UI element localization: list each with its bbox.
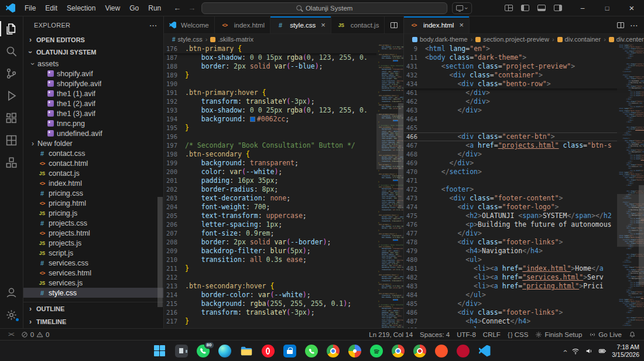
code-line-202[interactable]: 202 border-radius: 8px; (164, 185, 403, 194)
problems-status[interactable]: 0 0 (18, 331, 53, 338)
code-line-488[interactable]: 488 <ul> (404, 326, 644, 328)
wifi-icon[interactable] (571, 347, 580, 355)
timeline-section[interactable]: TIMELINE (23, 315, 163, 328)
code-line-471[interactable]: 471 (404, 176, 644, 185)
file-shopifyde.avif[interactable]: shopifyde.avif (23, 79, 163, 88)
menu-go[interactable]: Go (125, 0, 143, 16)
menu-file[interactable]: File (20, 0, 40, 16)
file-index.html[interactable]: <>index.html (23, 178, 163, 188)
code-line-468[interactable]: 468 </div> (404, 150, 644, 159)
tab-Welcome[interactable]: Welcome (164, 16, 215, 33)
status-eol[interactable]: CRLF (479, 331, 504, 338)
code-line-481[interactable]: 481 <li><a href="index.html">Home</a (404, 264, 644, 273)
code-line-216[interactable]: 216 transform: translateY(-3px); (164, 308, 403, 317)
account-icon[interactable] (0, 281, 23, 304)
more-actions-icon[interactable] (149, 21, 157, 30)
photos-taskbar-icon[interactable] (348, 344, 362, 358)
code-line-473[interactable]: 473 <div class="footer-content"> (404, 194, 644, 203)
store-taskbar-icon[interactable] (283, 344, 297, 358)
customize-layout-icon[interactable] (505, 5, 513, 11)
code-line-483[interactable]: 483 <li><a href="pricing.html">Prici (404, 282, 644, 291)
tab-index.html[interactable]: <>index.html (215, 16, 270, 33)
folder-New folder[interactable]: New folder (23, 138, 163, 148)
file-projects.html[interactable]: <>projects.html (23, 228, 163, 238)
file-explorer-taskbar-icon[interactable] (239, 344, 254, 358)
explorer-icon[interactable] (0, 18, 23, 40)
code-line-467[interactable]: 467 <a href="projects.html" class="btn-s (404, 141, 644, 150)
status-go-live[interactable]: Go Live (585, 331, 625, 338)
code-line-485[interactable]: 485 </div> (404, 299, 644, 308)
file-the1 (2).avif[interactable]: the1 (2).avif (23, 98, 163, 108)
file-pricing.js[interactable]: JSpricing.js (23, 208, 163, 218)
scrollbar[interactable] (639, 185, 644, 285)
nav-forward-icon[interactable]: → (187, 4, 197, 12)
code-line-461[interactable]: 461 </div> (404, 88, 644, 97)
search-icon[interactable] (0, 40, 23, 62)
status-notifications[interactable] (625, 331, 639, 338)
taskbar-clock[interactable]: 7:18 AM 3/15/2026 (612, 343, 639, 358)
menu-selection[interactable]: Selection (62, 0, 100, 16)
code-line-475[interactable]: 475 <h2>OLATUNJI <span>SYSTEM</span></h2 (404, 212, 644, 220)
toggle-secondary-sidebar-icon[interactable] (554, 5, 562, 11)
file-shopify.avif[interactable]: shopify.avif (23, 69, 163, 79)
breadcrumb-item[interactable]: div.container (557, 36, 601, 43)
code-line-206[interactable]: 206 letter-spacing: 1px; (164, 220, 403, 229)
code-line-215[interactable]: 215 background: rgba(255, 255, 255, 0.1)… (164, 299, 403, 308)
open-editors-section[interactable]: OPEN EDITORS (23, 34, 163, 46)
extensions-icon[interactable] (0, 107, 23, 129)
code-line-209[interactable]: 209 backdrop-filter: blur(5px); (164, 247, 403, 256)
code-line-11[interactable]: 11<body class="dark-theme"> (404, 53, 644, 62)
opera-gx-taskbar-icon[interactable] (456, 344, 470, 358)
code-line-464[interactable]: 464 (404, 115, 644, 124)
code-line-200[interactable]: 200 color: var(--white); (164, 168, 403, 176)
code-line-466[interactable]: 466 <div class="center-btn"> (404, 132, 644, 141)
status-indentation[interactable]: Spaces: 4 (416, 331, 453, 338)
code-line-479[interactable]: 479 <h4>Navigation</h4> (404, 247, 644, 256)
code-line-211[interactable]: 211} (164, 264, 403, 273)
code-line-470[interactable]: 470 </section> (404, 168, 644, 176)
code-line-204[interactable]: 204 font-weight: 700; (164, 203, 403, 212)
file-the1 (3).avif[interactable]: the1 (3).avif (23, 108, 163, 118)
folder-assets[interactable]: assets (23, 59, 163, 69)
whatsapp-taskbar-icon[interactable]: 80 (196, 344, 210, 358)
code-line-188[interactable]: 188 border: 2px solid var(--blue); (164, 62, 403, 71)
scrollbar[interactable] (398, 103, 403, 209)
code-line-203[interactable]: 203 text-decoration: none; (164, 194, 403, 203)
file-pricing.css[interactable]: #pricing.css (23, 188, 163, 198)
close-button[interactable] (619, 0, 644, 16)
menu-run[interactable]: Run (143, 0, 166, 16)
menu-view[interactable]: View (100, 0, 125, 16)
minimize-button[interactable] (570, 0, 595, 16)
code-line-199[interactable]: 199 background: transparent; (164, 159, 403, 168)
file-projects.js[interactable]: JSprojects.js (23, 238, 163, 248)
code-line-190[interactable]: 190 (164, 80, 403, 88)
breadcrumb-item[interactable]: div.center-btn (609, 36, 644, 43)
code-line-189[interactable]: 189} (164, 71, 403, 80)
code-line-210[interactable]: 210 transition: all 0.3s ease; (164, 256, 403, 264)
breadcrumb-item[interactable]: body.dark-theme (412, 36, 468, 43)
code-line-472[interactable]: 472 <footer> (404, 185, 644, 194)
file-contact.html[interactable]: <>contact.html (23, 158, 163, 168)
edge-taskbar-icon[interactable] (218, 344, 232, 358)
code-line-487[interactable]: 487 <h4>Connect</h4> (404, 317, 644, 326)
spotify-taskbar-icon[interactable] (369, 344, 383, 358)
editor-left[interactable]: 176.btn-primary { 187 box-shadow: 0 0 15… (164, 45, 403, 328)
code-line-432[interactable]: 432 <div class="container"> (404, 71, 644, 80)
file-tnnc.png[interactable]: tnnc.png (23, 118, 163, 128)
tab-style.css[interactable]: #style.css× (270, 16, 331, 33)
code-line-463[interactable]: 463 </div> (404, 106, 644, 115)
phone-taskbar-icon[interactable] (304, 344, 318, 358)
vscode-taskbar-icon[interactable] (478, 344, 492, 358)
code-line-201[interactable]: 201 padding: 16px 35px; (164, 176, 403, 185)
code-line-193[interactable]: 193 box-shadow: 0 0 25px rgba(0, 123, 25… (164, 106, 403, 115)
close-tab-icon[interactable]: × (459, 21, 464, 29)
task-view-taskbar-icon[interactable] (174, 344, 189, 358)
code-line-213[interactable]: 213.btn-secondary:hover { (164, 282, 403, 291)
menu-edit[interactable]: Edit (40, 0, 62, 16)
code-line-214[interactable]: 214 border-color: var(--white); (164, 291, 403, 299)
status-language-mode[interactable]: { }CSS (504, 331, 532, 338)
file-undefined.avif[interactable]: undefined.avif (23, 128, 163, 138)
code-line-194[interactable]: 194 background: #0062cc; (164, 115, 403, 124)
breadcrumb-item[interactable]: #style.css (172, 36, 203, 43)
file-style.css[interactable]: #style.css (23, 288, 163, 298)
